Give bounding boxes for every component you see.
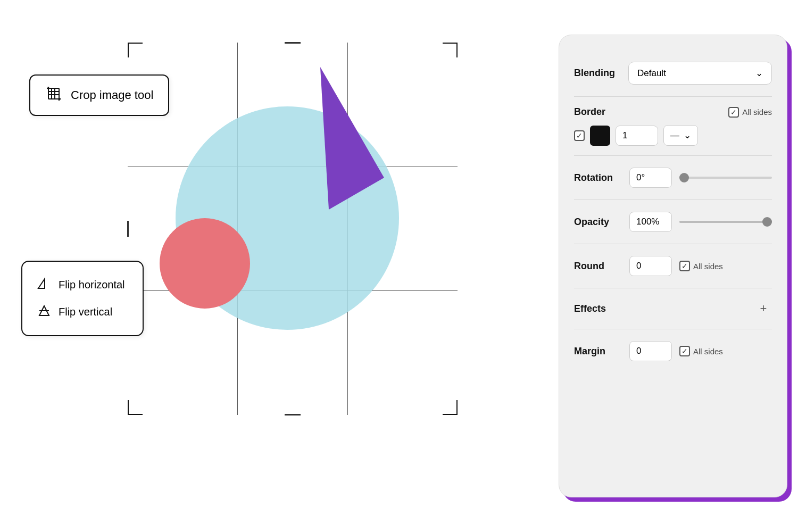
canvas-area: Crop image tool Flip horizontal Flip ver… bbox=[0, 0, 521, 532]
flip-horizontal-item[interactable]: Flip horizontal bbox=[37, 271, 128, 298]
chevron-down-icon: ⌄ bbox=[755, 68, 763, 79]
right-panel: Blending Default ⌄ Border All sides 1 bbox=[559, 35, 787, 497]
border-style-select[interactable]: — ⌄ bbox=[663, 125, 698, 146]
effects-add-button[interactable]: + bbox=[755, 300, 772, 317]
flip-h-icon bbox=[37, 277, 51, 293]
crop-icon bbox=[45, 85, 62, 105]
border-all-sides: All sides bbox=[728, 107, 772, 118]
margin-label: Margin bbox=[574, 346, 622, 357]
svg-marker-5 bbox=[38, 279, 45, 288]
border-color-swatch[interactable] bbox=[590, 126, 610, 146]
flip-h-label: Flip horizontal bbox=[59, 279, 125, 291]
round-row: Round 0 All sides bbox=[574, 244, 772, 288]
round-all-sides-label: All sides bbox=[693, 262, 723, 271]
border-controls: 1 — ⌄ bbox=[574, 125, 772, 146]
flip-v-label: Flip vertical bbox=[59, 306, 112, 318]
margin-row: Margin 0 All sides bbox=[574, 329, 772, 373]
round-all-sides-checkbox[interactable] bbox=[679, 261, 690, 271]
margin-all-sides-label: All sides bbox=[693, 347, 723, 356]
border-label: Border bbox=[574, 106, 622, 118]
blending-label: Blending bbox=[574, 68, 622, 79]
blending-select[interactable]: Default ⌄ bbox=[628, 62, 772, 85]
border-top-row: Border All sides bbox=[574, 106, 772, 118]
blending-row: Blending Default ⌄ bbox=[574, 50, 772, 97]
margin-all-sides-checkbox[interactable] bbox=[679, 346, 690, 356]
shape-circle-red bbox=[160, 218, 250, 309]
border-all-sides-label: All sides bbox=[742, 107, 772, 117]
border-enabled-checkbox[interactable] bbox=[574, 130, 585, 141]
crop-frame[interactable] bbox=[128, 43, 458, 415]
rotation-slider[interactable] bbox=[679, 177, 772, 179]
round-input[interactable]: 0 bbox=[629, 256, 672, 276]
border-section: Border All sides 1 — ⌄ bbox=[574, 97, 772, 156]
opacity-input[interactable]: 100% bbox=[629, 212, 672, 232]
border-style-value: — bbox=[670, 130, 679, 141]
opacity-slider[interactable] bbox=[679, 221, 772, 223]
margin-all-sides: All sides bbox=[679, 346, 723, 356]
plus-icon: + bbox=[760, 302, 767, 315]
flip-vertical-item[interactable]: Flip vertical bbox=[37, 298, 128, 326]
effects-label: Effects bbox=[574, 303, 622, 314]
rotation-input[interactable]: 0° bbox=[629, 168, 672, 188]
svg-rect-0 bbox=[48, 88, 59, 99]
effects-row: Effects + bbox=[574, 288, 772, 329]
crop-tooltip: Crop image tool bbox=[29, 74, 169, 116]
panel-inner: Blending Default ⌄ Border All sides 1 bbox=[559, 35, 787, 497]
border-all-sides-checkbox[interactable] bbox=[728, 107, 739, 118]
margin-input[interactable]: 0 bbox=[629, 341, 672, 361]
flip-menu: Flip horizontal Flip vertical bbox=[21, 261, 144, 336]
border-style-chevron: ⌄ bbox=[684, 130, 691, 141]
rotation-label: Rotation bbox=[574, 172, 622, 184]
rotation-row: Rotation 0° bbox=[574, 156, 772, 200]
blending-value: Default bbox=[637, 68, 666, 79]
flip-v-icon bbox=[37, 304, 51, 320]
opacity-row: Opacity 100% bbox=[574, 200, 772, 244]
opacity-label: Opacity bbox=[574, 217, 622, 228]
crop-label: Crop image tool bbox=[71, 88, 153, 102]
round-all-sides: All sides bbox=[679, 261, 723, 271]
round-label: Round bbox=[574, 261, 622, 272]
border-width-input[interactable]: 1 bbox=[616, 126, 658, 146]
